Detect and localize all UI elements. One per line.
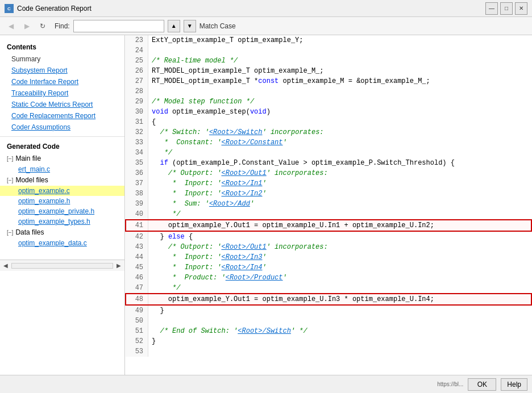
file-link-optim-example-data-c[interactable]: optim_example_data.c [0, 238, 124, 248]
file-link-optim-example-c[interactable]: optim_example.c [0, 186, 124, 196]
forward-button[interactable]: ▶ [20, 20, 33, 32]
table-row: 47 */ [126, 283, 531, 294]
line-number: 32 [126, 127, 148, 137]
line-number: 30 [126, 107, 148, 117]
find-next-button[interactable]: ▼ [184, 20, 196, 32]
sidebar-item-static-code-metrics[interactable]: Static Code Metrics Report [0, 99, 124, 110]
line-content [148, 346, 531, 357]
line-number: 42 [126, 231, 148, 242]
line-content [148, 45, 531, 56]
root-in2-link[interactable]: <Root>/In2 [221, 190, 262, 198]
table-row-highlighted-41: 41 optim_example_Y.Out1 = optim_example_… [126, 220, 531, 231]
root-add-link[interactable]: <Root>/Add [209, 200, 250, 208]
main-file-group-title: Main file [15, 154, 41, 162]
line-content: } [148, 305, 531, 316]
file-link-optim-example-h[interactable]: optim_example.h [0, 196, 124, 206]
sidebar: Contents Summary Subsystem Report Code I… [0, 35, 125, 375]
ok-button[interactable]: OK [468, 378, 496, 391]
match-case-label: Match Case [200, 22, 236, 30]
line-number: 26 [126, 66, 148, 76]
line-content: /* Outport: '<Root>/Out1' incorporates: [148, 168, 531, 178]
help-button[interactable]: Help [501, 378, 527, 391]
svg-text:C: C [7, 6, 11, 11]
sidebar-item-code-replacements[interactable]: Code Replacements Report [0, 110, 124, 122]
line-content: * Inport: '<Root>/In2' [148, 189, 531, 199]
file-link-ert-main[interactable]: ert_main.c [0, 164, 124, 174]
line-number: 41 [126, 220, 148, 231]
sidebar-item-summary[interactable]: Summary [0, 53, 124, 65]
line-number: 29 [126, 97, 148, 107]
line-content: /* Model step function */ [148, 97, 531, 107]
root-in4-link[interactable]: <Root>/In4 [221, 264, 262, 271]
code-area[interactable]: 23 ExtY_optim_example_T optim_example_Y;… [125, 35, 532, 375]
line-number: 39 [126, 199, 148, 209]
sidebar-item-coder-assumptions[interactable]: Coder Assumptions [0, 122, 124, 133]
line-content: void optim_example_step(void) [148, 107, 531, 117]
table-row: 23 ExtY_optim_example_T optim_example_Y; [126, 35, 531, 45]
table-row: 51 /* End of Switch: '<Root>/Switch' */ [126, 326, 531, 336]
sidebar-item-traceability-report[interactable]: Traceability Report [0, 87, 124, 99]
sidebar-item-code-interface-report[interactable]: Code Interface Report [0, 76, 124, 87]
line-number: 27 [126, 76, 148, 86]
title-bar-controls[interactable]: ― □ ✕ [485, 2, 527, 15]
line-content: * Inport: '<Root>/In4' [148, 262, 531, 273]
table-row: 50 [126, 316, 531, 326]
sidebar-left-arrow[interactable]: ◀ [1, 261, 10, 270]
root-switch-end-link[interactable]: <Root>/Switch [238, 327, 291, 335]
find-prev-button[interactable]: ▲ [168, 20, 180, 32]
line-content: { [148, 117, 531, 127]
line-number: 23 [126, 35, 148, 45]
root-in1-link[interactable]: <Root>/In1 [221, 179, 262, 187]
data-file-toggle-icon[interactable]: [−] [7, 229, 13, 236]
line-content: } [148, 336, 531, 346]
table-row: 26 RT_MODEL_optim_example_T optim_exampl… [126, 66, 531, 76]
minimize-button[interactable]: ― [485, 2, 498, 15]
root-switch-link[interactable]: <Root>/Switch [209, 128, 263, 136]
line-content: if (optim_example_P.Constant_Value > opt… [148, 158, 531, 168]
close-button[interactable]: ✕ [515, 2, 527, 15]
model-file-group-title: Model files [15, 176, 48, 184]
sidebar-hscroll[interactable] [11, 263, 113, 269]
line-content: * Product: '<Root>/Product' [148, 273, 531, 283]
file-link-optim-example-private-h[interactable]: optim_example_private.h [0, 206, 124, 216]
line-number: 28 [126, 86, 148, 97]
line-number: 35 [126, 158, 148, 168]
line-number: 44 [126, 252, 148, 262]
table-row: 33 * Constant: '<Root>/Constant' [126, 137, 531, 148]
line-content [148, 316, 531, 326]
table-row: 32 /* Switch: '<Root>/Switch' incorporat… [126, 127, 531, 137]
line-content: */ [148, 283, 531, 294]
root-out1-link-43[interactable]: <Root>/Out1 [221, 243, 266, 251]
root-in3-link[interactable]: <Root>/In3 [221, 253, 262, 261]
line-content: } else { [148, 231, 531, 242]
table-row: 52 } [126, 336, 531, 346]
line-number: 43 [126, 242, 148, 252]
table-row-highlighted-48: 48 optim_example_Y.Out1 = optim_example_… [126, 294, 531, 305]
line-content: * Inport: '<Root>/In3' [148, 252, 531, 262]
sidebar-right-arrow[interactable]: ▶ [114, 261, 123, 270]
line-content: optim_example_Y.Out1 = optim_example_U.I… [148, 294, 531, 305]
line-number: 52 [126, 336, 148, 346]
line-number: 53 [126, 346, 148, 357]
table-row: 37 * Inport: '<Root>/In1' [126, 178, 531, 189]
model-file-toggle-icon[interactable]: [−] [7, 177, 13, 183]
back-button[interactable]: ◀ [5, 20, 17, 32]
line-content: optim_example_Y.Out1 = optim_example_U.I… [148, 220, 531, 231]
contents-label: Contents [0, 40, 124, 53]
data-file-group-title: Data files [15, 228, 44, 236]
table-row: 27 RT_MODEL_optim_example_T *const optim… [126, 76, 531, 86]
line-number: 37 [126, 178, 148, 189]
root-out1-link-36[interactable]: <Root>/Out1 [221, 169, 266, 177]
refresh-button[interactable]: ↻ [36, 20, 49, 32]
search-input[interactable] [73, 20, 164, 32]
line-number: 38 [126, 189, 148, 199]
table-row: 53 [126, 346, 531, 357]
root-constant-link[interactable]: <Root>/Constant [221, 139, 282, 147]
maximize-button[interactable]: □ [500, 2, 513, 15]
file-link-optim-example-types-h[interactable]: optim_example_types.h [0, 216, 124, 227]
line-number: 40 [126, 209, 148, 220]
root-product-link[interactable]: <Root>/Product [226, 274, 283, 282]
table-row: 38 * Inport: '<Root>/In2' [126, 189, 531, 199]
main-file-toggle-icon[interactable]: [−] [7, 156, 13, 162]
sidebar-item-subsystem-report[interactable]: Subsystem Report [0, 65, 124, 76]
